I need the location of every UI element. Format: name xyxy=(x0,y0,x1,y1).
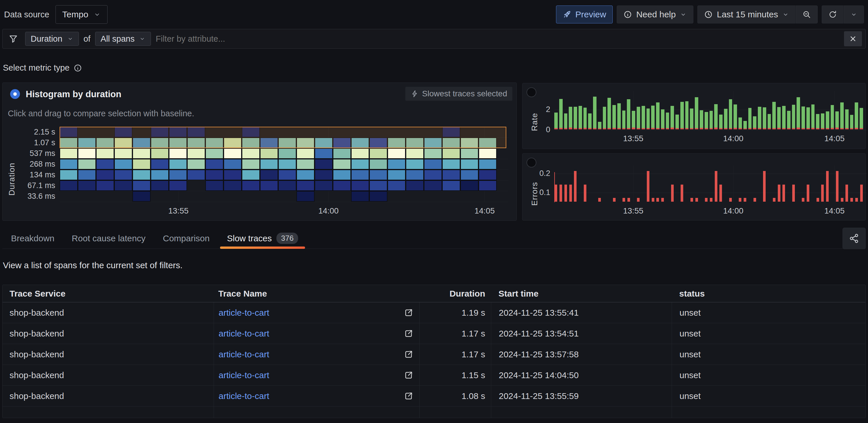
heatmap-cell[interactable] xyxy=(60,180,78,191)
bar[interactable] xyxy=(845,185,849,202)
zoom-out-time-button[interactable] xyxy=(796,5,818,24)
heatmap-cell[interactable] xyxy=(78,148,96,159)
heatmap-cell[interactable] xyxy=(297,180,315,191)
heatmap-cell[interactable] xyxy=(351,159,369,170)
bar[interactable] xyxy=(676,115,679,129)
bar[interactable] xyxy=(690,109,693,129)
bar[interactable] xyxy=(835,111,839,129)
bar[interactable] xyxy=(617,103,621,129)
bar[interactable] xyxy=(840,102,844,129)
heatmap-cell[interactable] xyxy=(96,180,114,191)
bar[interactable] xyxy=(695,97,698,129)
heatmap-cell[interactable] xyxy=(406,159,424,170)
bar[interactable] xyxy=(598,198,601,202)
bar[interactable] xyxy=(845,109,849,129)
column-header-trace-service[interactable]: Trace Service xyxy=(3,289,214,299)
heatmap-cell[interactable] xyxy=(424,148,442,159)
heatmap-cell[interactable] xyxy=(388,180,406,191)
open-trace-button[interactable] xyxy=(404,329,413,338)
refresh-interval-dropdown[interactable] xyxy=(844,5,864,24)
bar[interactable] xyxy=(855,102,858,129)
column-header-status[interactable]: status xyxy=(672,289,865,299)
tab-slow-traces[interactable]: Slow traces376 xyxy=(218,228,307,248)
heatmap-cell[interactable] xyxy=(114,148,132,159)
filter-attribute-input[interactable] xyxy=(156,34,839,44)
bar[interactable] xyxy=(739,198,742,202)
bar[interactable] xyxy=(680,185,684,202)
heatmap-cell[interactable] xyxy=(114,159,132,170)
heatmap-cell[interactable] xyxy=(369,170,388,180)
bar[interactable] xyxy=(642,106,645,129)
heatmap-cell[interactable] xyxy=(260,148,278,159)
bar[interactable] xyxy=(850,115,854,129)
bar[interactable] xyxy=(860,185,863,202)
bar[interactable] xyxy=(772,198,776,202)
bar[interactable] xyxy=(612,198,616,202)
heatmap-cell[interactable] xyxy=(242,180,260,191)
heatmap-cell[interactable] xyxy=(278,180,297,191)
heatmap-cell[interactable] xyxy=(388,148,406,159)
trace-name-link[interactable]: article-to-cart xyxy=(219,370,269,380)
heatmap-cell[interactable] xyxy=(406,170,424,180)
heatmap-cell[interactable] xyxy=(132,148,151,159)
heatmap-cell[interactable] xyxy=(478,159,497,170)
heatmap-cell[interactable] xyxy=(223,170,242,180)
heatmap-cell[interactable] xyxy=(460,180,478,191)
heatmap-cell[interactable] xyxy=(460,170,478,180)
heatmap-cell[interactable] xyxy=(442,180,460,191)
heatmap-cell[interactable] xyxy=(333,180,351,191)
heatmap-cell[interactable] xyxy=(78,159,96,170)
bar[interactable] xyxy=(680,102,684,129)
heatmap-cell[interactable] xyxy=(169,159,187,170)
time-range-picker[interactable]: Last 15 minutes xyxy=(698,5,796,24)
heatmap-cell[interactable] xyxy=(442,148,460,159)
heatmap-cell[interactable] xyxy=(151,170,169,180)
bar[interactable] xyxy=(574,171,577,202)
bar[interactable] xyxy=(647,109,650,129)
clear-filter-button[interactable] xyxy=(844,31,862,46)
bar[interactable] xyxy=(714,104,718,129)
heatmap-cell[interactable] xyxy=(205,148,223,159)
bar[interactable] xyxy=(564,113,567,129)
bar[interactable] xyxy=(724,109,727,129)
heatmap-cell[interactable] xyxy=(297,191,315,202)
heatmap-cell[interactable] xyxy=(132,159,151,170)
heatmap-cell[interactable] xyxy=(169,180,187,191)
trace-name-link[interactable]: article-to-cart xyxy=(219,308,269,318)
heatmap-cell[interactable] xyxy=(260,170,278,180)
bar[interactable] xyxy=(569,107,572,129)
bar[interactable] xyxy=(729,198,733,202)
bar[interactable] xyxy=(666,113,669,129)
bar[interactable] xyxy=(739,118,742,129)
bar[interactable] xyxy=(860,108,863,129)
bar[interactable] xyxy=(826,111,829,129)
heatmap-selection-region[interactable] xyxy=(60,127,506,148)
heatmap-cell[interactable] xyxy=(406,148,424,159)
heatmap-cell[interactable] xyxy=(315,180,333,191)
bar[interactable] xyxy=(593,97,596,129)
column-header-start-time[interactable]: Start time xyxy=(491,289,672,299)
heatmap-cell[interactable] xyxy=(242,148,260,159)
bar[interactable] xyxy=(855,198,858,202)
heatmap-cell[interactable] xyxy=(151,148,169,159)
bar[interactable] xyxy=(753,198,756,202)
heatmap-cell[interactable] xyxy=(333,148,351,159)
heatmap-cell[interactable] xyxy=(151,180,169,191)
bar[interactable] xyxy=(831,105,834,129)
bar[interactable] xyxy=(821,185,824,202)
bar[interactable] xyxy=(564,185,567,202)
bar[interactable] xyxy=(710,198,713,202)
heatmap-cell[interactable] xyxy=(297,148,315,159)
bar[interactable] xyxy=(729,99,733,129)
bar[interactable] xyxy=(705,112,708,129)
bar[interactable] xyxy=(574,107,577,129)
bar[interactable] xyxy=(598,122,601,129)
bar[interactable] xyxy=(802,198,805,202)
bar[interactable] xyxy=(622,111,626,129)
bar[interactable] xyxy=(758,107,761,129)
bar[interactable] xyxy=(700,110,703,129)
bar[interactable] xyxy=(787,111,790,129)
bar[interactable] xyxy=(743,121,747,129)
heatmap-cell[interactable] xyxy=(242,170,260,180)
heatmap-cell[interactable] xyxy=(96,170,114,180)
